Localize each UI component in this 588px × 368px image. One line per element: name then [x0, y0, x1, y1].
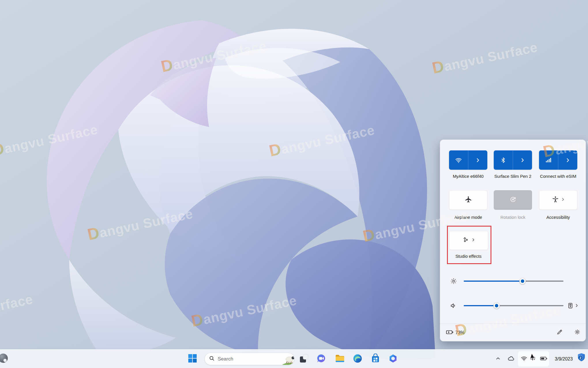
- accessibility-tile[interactable]: [539, 190, 577, 210]
- search-input[interactable]: [215, 356, 281, 362]
- search-icon: [209, 355, 215, 363]
- bluetooth-icon: [494, 150, 513, 170]
- desktop: MyAltice e66f40 Surface Slim Pen 2 Conne…: [0, 0, 588, 368]
- battery-tray-icon: [540, 355, 548, 363]
- brightness-slider[interactable]: [464, 281, 563, 282]
- accessibility-icon: [552, 196, 559, 204]
- wifi-expand-chevron[interactable]: [468, 150, 487, 170]
- airplane-mode-tile[interactable]: [449, 190, 487, 210]
- rotation-lock-icon: [509, 196, 517, 204]
- cloud-icon: [507, 355, 515, 363]
- wifi-tile[interactable]: [449, 150, 487, 170]
- pencil-icon: [557, 329, 563, 336]
- battery-charging-icon: [446, 329, 454, 337]
- notification-count: 2: [578, 355, 583, 360]
- task-view-icon: [299, 354, 309, 365]
- edit-quick-settings-button[interactable]: [554, 327, 565, 338]
- wifi-tile-label: MyAltice e66f40: [446, 173, 490, 179]
- speaker-icon: [450, 302, 457, 310]
- brightness-row: [440, 278, 586, 285]
- file-explorer-icon: [335, 353, 345, 365]
- start-icon: [188, 354, 197, 364]
- cellular-bars-icon: [539, 150, 558, 170]
- edge-button[interactable]: [351, 350, 364, 368]
- search-box[interactable]: [204, 353, 294, 365]
- volume-slider[interactable]: [464, 305, 563, 306]
- volume-handle[interactable]: [493, 302, 500, 309]
- store-icon: [371, 354, 380, 365]
- battery-percent-text: 73%: [455, 330, 465, 335]
- battery-status[interactable]: 73%: [446, 329, 465, 337]
- chat-button[interactable]: [315, 350, 328, 368]
- accessibility-label: Accessibility: [536, 214, 580, 220]
- chevron-up-icon: [495, 356, 501, 363]
- microsoft-365-icon: [388, 354, 398, 365]
- start-button[interactable]: [186, 350, 199, 368]
- volume-row: [440, 302, 586, 309]
- file-explorer-button[interactable]: [334, 350, 346, 368]
- cellular-tile-label: Connect with eSIM: [536, 173, 580, 179]
- taskbar: 3/9/2023: [0, 349, 588, 368]
- tray-battery-button[interactable]: [538, 350, 549, 368]
- bluetooth-tile-label: Surface Slim Pen 2: [491, 173, 535, 179]
- onedrive-button[interactable]: [505, 350, 517, 368]
- chat-icon: [316, 354, 326, 365]
- brightness-fill: [464, 281, 523, 282]
- bluetooth-expand-chevron[interactable]: [513, 150, 532, 170]
- mouse-cursor: [529, 353, 537, 363]
- audio-output-icon[interactable]: [567, 302, 574, 310]
- tray-chevron-up-button[interactable]: [492, 350, 504, 368]
- wifi-tray-icon: [521, 355, 527, 363]
- bluetooth-tile[interactable]: [494, 150, 532, 170]
- rotation-lock-label: Rotation lock: [491, 214, 535, 220]
- settings-button[interactable]: [572, 327, 583, 338]
- tray-network-button[interactable]: [519, 350, 529, 368]
- audio-output-chevron-icon[interactable]: [574, 303, 579, 309]
- brightness-handle[interactable]: [519, 278, 526, 284]
- rotation-lock-tile: [494, 190, 532, 210]
- gear-icon: [574, 329, 581, 336]
- edge-icon: [353, 354, 362, 365]
- volume-fill: [464, 305, 497, 306]
- brightness-icon: [450, 278, 457, 286]
- quick-settings-panel: MyAltice e66f40 Surface Slim Pen 2 Conne…: [440, 139, 586, 341]
- airplane-mode-label: Airplane mode: [446, 214, 490, 220]
- tray-date[interactable]: 3/9/2023: [551, 350, 576, 368]
- airplane-icon: [465, 196, 472, 204]
- task-view-button[interactable]: [298, 350, 310, 368]
- microsoft-365-button[interactable]: [387, 350, 399, 368]
- wifi-icon: [449, 150, 468, 170]
- cellular-expand-chevron[interactable]: [558, 150, 577, 170]
- accessibility-chevron-icon: [561, 197, 565, 203]
- cellular-tile[interactable]: [539, 150, 577, 170]
- studio-effects-highlight-box: [447, 226, 491, 264]
- notification-badge[interactable]: 2: [577, 353, 586, 362]
- store-button[interactable]: [369, 350, 382, 368]
- quick-settings-footer: 73%: [440, 324, 586, 342]
- bing-daily-image[interactable]: [281, 353, 294, 365]
